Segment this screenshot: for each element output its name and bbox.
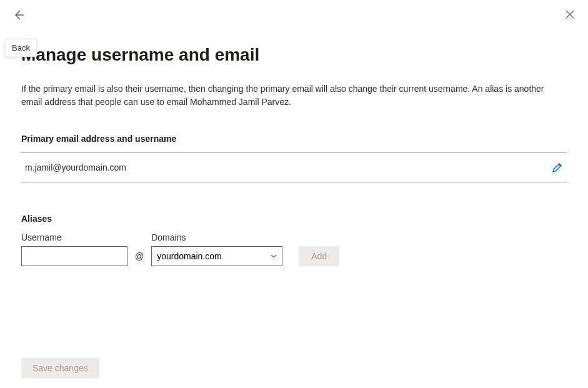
back-tooltip: Back (5, 39, 37, 57)
domain-select[interactable]: yourdomain.com (151, 246, 282, 266)
aliases-section-label: Aliases (21, 214, 567, 224)
at-symbol: @ (135, 251, 144, 266)
username-label: Username (21, 232, 127, 242)
primary-email-value: m.jamil@yourdomain.com (25, 162, 126, 172)
primary-section-label: Primary email address and username (21, 134, 567, 144)
username-input[interactable] (21, 246, 127, 266)
page-title: Manage username and email (21, 45, 567, 65)
save-changes-button[interactable]: Save changes (21, 358, 99, 378)
page-description: If the primary email is also their usern… (21, 82, 567, 109)
primary-email-row: m.jamil@yourdomain.com (21, 152, 567, 182)
alias-add-row: Username @ Domains yourdomain.com Add (21, 232, 567, 266)
domains-label: Domains (151, 232, 282, 242)
close-button[interactable] (564, 9, 576, 20)
back-button[interactable] (12, 9, 25, 21)
add-alias-button[interactable]: Add (299, 246, 339, 266)
edit-primary-button[interactable] (552, 162, 563, 173)
pencil-icon (552, 162, 563, 173)
close-icon (564, 9, 576, 20)
arrow-left-icon (12, 9, 25, 21)
